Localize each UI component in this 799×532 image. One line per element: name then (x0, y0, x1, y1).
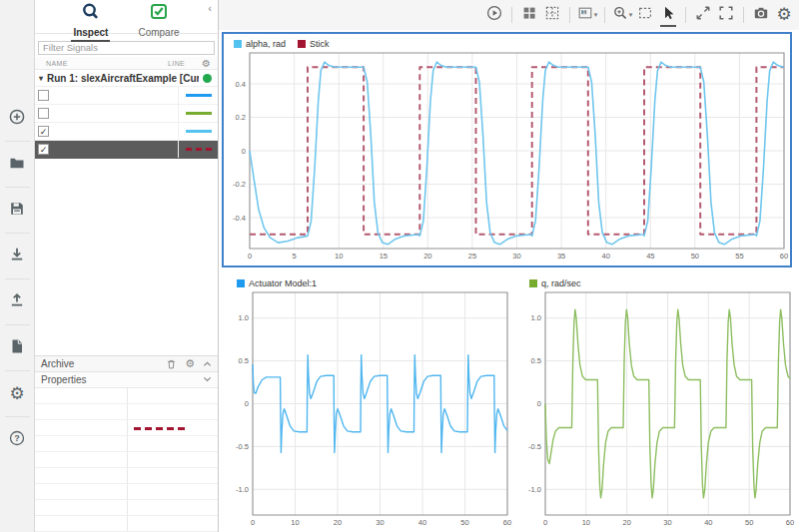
simulation-data-inspector-window: ⚙? Inspect Compare ‹ NAME LINE ⚙ (0, 0, 799, 532)
import-button[interactable] (0, 234, 35, 279)
snapshot-button[interactable] (752, 5, 770, 25)
properties-section-header[interactable]: Properties (35, 372, 218, 388)
svg-text:0.5: 0.5 (531, 356, 541, 365)
svg-text:10: 10 (335, 252, 343, 261)
legend-swatch (529, 279, 537, 287)
signal-checkbox[interactable]: ✓ (38, 126, 49, 137)
legend-label: alpha, rad (246, 39, 286, 49)
archive-settings-gear-icon[interactable]: ⚙ (185, 358, 195, 369)
legend-swatch (298, 40, 306, 48)
svg-text:20: 20 (423, 252, 431, 261)
svg-text:10: 10 (291, 518, 299, 527)
signal-line-swatch[interactable] (178, 105, 218, 122)
property-row (35, 484, 218, 500)
save-icon (9, 201, 25, 221)
toolbar-separator (604, 7, 605, 23)
svg-text:0.2: 0.2 (236, 113, 246, 122)
svg-text:40: 40 (704, 518, 712, 527)
dropdown-caret-icon[interactable]: ▾ (629, 11, 633, 19)
run-row[interactable]: ▾ Run 1: slexAircraftExample [Current] (35, 70, 218, 87)
report-button[interactable] (0, 325, 35, 371)
signal-line-swatch[interactable] (178, 87, 218, 104)
svg-text:50: 50 (691, 252, 699, 261)
pan-button[interactable] (694, 5, 712, 25)
plot-q[interactable]: q, rad/sec1.00.50-0.5-1.00102030405060 (519, 273, 796, 532)
svg-text:25: 25 (468, 252, 476, 261)
tab-compare[interactable]: Compare (136, 2, 181, 33)
toolbar-separator (685, 7, 686, 23)
svg-text:-0.4: -0.4 (233, 214, 246, 223)
archive-section-header[interactable]: Archive ⚙ (35, 355, 218, 372)
export-button[interactable] (0, 279, 35, 325)
property-row (35, 468, 218, 484)
svg-text:0: 0 (543, 518, 547, 527)
zoomin-icon (612, 5, 628, 25)
gear-icon: ⚙ (776, 6, 791, 24)
zoom-button[interactable]: ▾ (613, 5, 631, 25)
column-settings-gear-icon[interactable]: ⚙ (202, 58, 218, 69)
help-button[interactable]: ? (0, 417, 35, 463)
svg-text:-1.0: -1.0 (236, 485, 249, 494)
line-style-swatch[interactable] (134, 427, 186, 430)
svg-text:0: 0 (251, 518, 255, 527)
signal-row[interactable]: ✓ (35, 141, 218, 159)
layout1-icon: 1 (577, 5, 593, 25)
plot-top[interactable]: alpha, radStick0.40.20-0.2-0.40510152025… (222, 32, 792, 267)
add-run-button[interactable] (0, 96, 35, 142)
legend-label: Stick (310, 39, 330, 49)
svg-text:0.5: 0.5 (239, 356, 249, 365)
signals-panel: Inspect Compare ‹ NAME LINE ⚙ ▾ Run 1: s… (35, 0, 219, 532)
signal-checkbox[interactable] (38, 108, 49, 119)
run-button[interactable] (485, 5, 503, 25)
tab-inspect[interactable]: Inspect (71, 2, 110, 33)
plot-axes: 1.00.50-0.5-1.00102030405060 (227, 289, 513, 531)
svg-text:0: 0 (248, 252, 252, 261)
run-expand-caret-icon[interactable]: ▾ (35, 74, 47, 83)
fit-to-view-button[interactable] (636, 5, 654, 25)
save-button[interactable] (0, 188, 35, 234)
signal-line-swatch[interactable] (178, 141, 218, 158)
svg-text:15: 15 (380, 252, 388, 261)
signal-checkbox[interactable]: ✓ (38, 144, 49, 155)
dropdown-caret-icon[interactable]: ▾ (594, 11, 598, 19)
archive-collapse-chevron-icon[interactable] (203, 360, 212, 368)
add-run-icon (9, 109, 25, 129)
export-icon (9, 292, 25, 312)
property-label (35, 516, 127, 531)
svg-text:1.0: 1.0 (239, 313, 249, 322)
fitbox-icon (637, 5, 653, 25)
svg-text:0: 0 (537, 399, 541, 408)
signal-line-swatch[interactable] (178, 123, 218, 140)
property-label (35, 404, 127, 419)
legend-label: q, rad/sec (541, 278, 581, 288)
legend-label: Actuator Model:1 (249, 278, 317, 288)
plot-axes: 1.00.50-0.5-1.00102030405060 (519, 289, 796, 531)
layout-grid-button[interactable] (520, 5, 538, 25)
expand-icon (695, 5, 711, 25)
plot-actuator[interactable]: Actuator Model:11.00.50-0.5-1.0010203040… (227, 273, 513, 532)
pointer-tool-button[interactable] (659, 5, 677, 25)
filter-signals-input[interactable] (38, 41, 215, 55)
trash-icon[interactable] (166, 358, 177, 370)
signal-row[interactable]: ✓ (35, 123, 218, 141)
svg-text:20: 20 (623, 518, 631, 527)
property-label (35, 500, 127, 515)
preferences-button[interactable]: ⚙ (0, 371, 35, 417)
svg-text:30: 30 (376, 518, 384, 527)
svg-text:55: 55 (735, 252, 743, 261)
signals-table-header: NAME LINE ⚙ (35, 57, 218, 70)
signal-row[interactable] (35, 87, 218, 105)
collapse-panel-icon[interactable]: ‹ (208, 2, 212, 14)
custom-layout-button[interactable] (543, 5, 561, 25)
properties-collapse-chevron-icon[interactable] (203, 374, 212, 385)
signal-checkbox[interactable] (38, 90, 49, 101)
open-button[interactable] (0, 142, 35, 188)
active-subplot-button[interactable]: 1▾ (578, 5, 596, 25)
fullscreen-button[interactable] (717, 5, 735, 25)
plot-settings-button[interactable]: ⚙ (775, 5, 793, 25)
signal-list-empty-area (35, 159, 218, 355)
signal-row[interactable] (35, 105, 218, 123)
svg-text:60: 60 (780, 252, 788, 261)
svg-text:60: 60 (503, 518, 511, 527)
cursor-icon (660, 5, 676, 25)
